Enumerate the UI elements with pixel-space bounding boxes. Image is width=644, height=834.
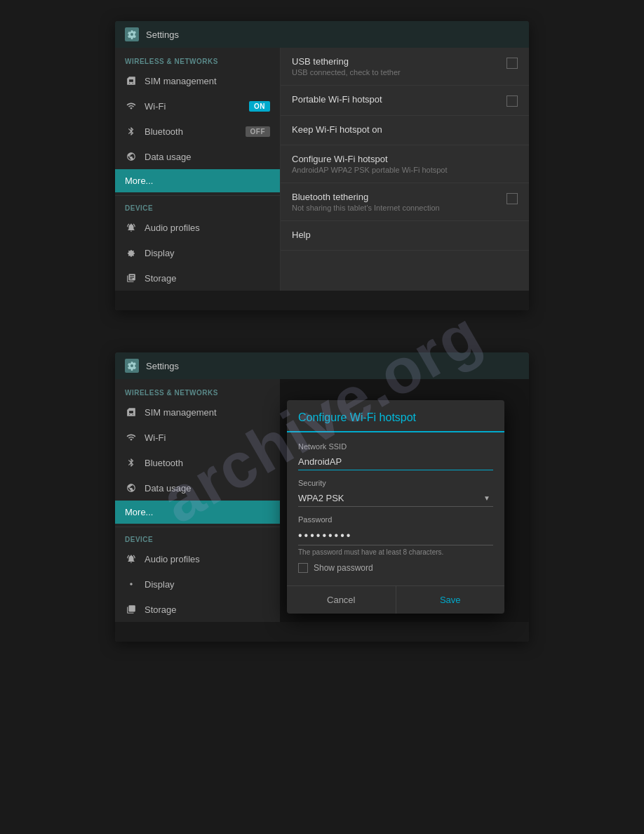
- bottom-bar-1: [115, 291, 529, 310]
- settings-window-1: Settings WIRELESS & NETWORKS SIM managem…: [115, 21, 529, 310]
- sidebar-item-audio[interactable]: Audio profiles: [115, 215, 280, 240]
- sidebar-item-more[interactable]: More...: [115, 169, 280, 192]
- sidebar-divider: [115, 195, 280, 196]
- data-usage-icon: [125, 150, 137, 163]
- cancel-button[interactable]: Cancel: [287, 586, 396, 614]
- sim-label: SIM management: [145, 76, 217, 86]
- storage-icon-2: [125, 603, 137, 616]
- device-section-label: DEVICE: [115, 199, 280, 215]
- bluetooth-icon-2: [125, 456, 137, 469]
- settings-body-2: WIRELESS & NETWORKS SIM management Wi-Fi: [115, 379, 529, 622]
- title-bar-title-1: Settings: [146, 29, 179, 40]
- sidebar-item-data-usage-2[interactable]: Data usage: [115, 475, 280, 501]
- wifi-label-2: Wi-Fi: [145, 432, 166, 443]
- title-bar-2: Settings: [115, 352, 529, 379]
- sidebar-divider-2: [115, 527, 280, 527]
- audio-icon: [125, 221, 137, 234]
- wifi-icon-2: [125, 431, 137, 444]
- overlay-area: Configure Wi-Fi hotspot Network SSID Sec…: [280, 379, 529, 622]
- help-title: Help: [292, 230, 518, 240]
- settings-icon: [125, 27, 139, 41]
- show-password-checkbox[interactable]: [298, 563, 308, 573]
- wireless-section-label: WIRELESS & NETWORKS: [115, 52, 280, 68]
- portable-wifi-checkbox[interactable]: [507, 95, 518, 107]
- settings-icon-2: [125, 359, 139, 373]
- sidebar-item-audio-2[interactable]: Audio profiles: [115, 546, 280, 571]
- bluetooth-label: Bluetooth: [145, 126, 183, 137]
- bluetooth-label-2: Bluetooth: [145, 458, 183, 468]
- more-label-2: More...: [125, 507, 153, 517]
- ssid-label: Network SSID: [298, 442, 493, 451]
- sidebar-1: WIRELESS & NETWORKS SIM management Wi-Fi…: [115, 48, 280, 291]
- bluetooth-tethering-title: Bluetooth tethering: [292, 192, 499, 202]
- bluetooth-icon: [125, 125, 137, 138]
- wireless-section-label-2: WIRELESS & NETWORKS: [115, 383, 280, 399]
- dialog-title: Configure Wi-Fi hotspot: [287, 400, 504, 432]
- usb-tethering-subtitle: USB connected, check to tether: [292, 68, 499, 77]
- sidebar-item-display-2[interactable]: Display: [115, 571, 280, 597]
- storage-label: Storage: [145, 273, 177, 284]
- main-item-usb-tethering[interactable]: USB tethering USB connected, check to te…: [281, 48, 529, 86]
- main-item-portable-wifi[interactable]: Portable Wi-Fi hotspot: [281, 86, 529, 116]
- sidebar-item-sim[interactable]: SIM management: [115, 68, 280, 93]
- sidebar-item-display[interactable]: Display: [115, 240, 280, 265]
- sidebar-2: WIRELESS & NETWORKS SIM management Wi-Fi: [115, 379, 280, 622]
- sidebar-item-bluetooth[interactable]: Bluetooth OFF: [115, 119, 280, 144]
- password-label: Password: [298, 515, 493, 524]
- sidebar-item-bluetooth-2[interactable]: Bluetooth: [115, 450, 280, 475]
- main-item-help[interactable]: Help: [281, 221, 529, 251]
- main-item-configure-wifi[interactable]: Configure Wi-Fi hotspot AndroidAP WPA2 P…: [281, 145, 529, 183]
- storage-label-2: Storage: [145, 604, 177, 615]
- title-bar-1: Settings: [115, 21, 529, 48]
- main-item-keep-wifi[interactable]: Keep Wi-Fi hotspot on: [281, 116, 529, 145]
- password-input[interactable]: [298, 527, 493, 545]
- show-password-row: Show password: [298, 563, 493, 573]
- sidebar-item-storage-2[interactable]: Storage: [115, 597, 280, 622]
- password-hint: The password must have at least 8 charac…: [298, 548, 493, 556]
- sim-icon: [125, 74, 137, 87]
- settings-window-2: Settings WIRELESS & NETWORKS SIM managem…: [115, 352, 529, 642]
- display-label: Display: [145, 248, 175, 258]
- usb-tethering-checkbox[interactable]: [507, 58, 518, 69]
- bluetooth-tethering-checkbox[interactable]: [507, 193, 518, 204]
- configure-wifi-dialog: Configure Wi-Fi hotspot Network SSID Sec…: [287, 400, 504, 614]
- display-label-2: Display: [145, 579, 175, 590]
- main-item-bluetooth-tethering[interactable]: Bluetooth tethering Not sharing this tab…: [281, 183, 529, 221]
- data-usage-icon-2: [125, 482, 137, 494]
- wifi-toggle[interactable]: ON: [249, 101, 270, 112]
- sim-label-2: SIM management: [145, 407, 217, 418]
- data-usage-label: Data usage: [145, 152, 192, 162]
- wifi-icon: [125, 100, 137, 112]
- main-content-1: USB tethering USB connected, check to te…: [280, 48, 529, 291]
- title-bar-title-2: Settings: [146, 361, 179, 371]
- device-section-label-2: DEVICE: [115, 530, 280, 546]
- sidebar-item-data-usage[interactable]: Data usage: [115, 144, 280, 169]
- display-icon-2: [125, 578, 137, 590]
- keep-wifi-title: Keep Wi-Fi hotspot on: [292, 124, 518, 135]
- portable-wifi-title: Portable Wi-Fi hotspot: [292, 94, 499, 105]
- dialog-body: Network SSID Security WPA2 PSK WPA PSK N…: [287, 432, 504, 585]
- bottom-bar-2: [115, 622, 529, 642]
- bluetooth-toggle[interactable]: OFF: [246, 126, 271, 137]
- display-icon: [125, 246, 137, 259]
- data-usage-label-2: Data usage: [145, 483, 192, 494]
- bluetooth-tethering-subtitle: Not sharing this tablet's Internet conne…: [292, 204, 499, 212]
- sidebar-item-wifi-2[interactable]: Wi-Fi: [115, 425, 280, 450]
- usb-tethering-title: USB tethering: [292, 56, 499, 67]
- configure-wifi-subtitle: AndroidAP WPA2 PSK portable Wi-Fi hotspo…: [292, 166, 518, 174]
- sidebar-item-sim-2[interactable]: SIM management: [115, 399, 280, 425]
- wifi-label: Wi-Fi: [145, 101, 166, 112]
- sidebar-item-wifi[interactable]: Wi-Fi ON: [115, 93, 280, 119]
- sidebar-item-more-2[interactable]: More...: [115, 501, 280, 524]
- sim-icon-2: [125, 406, 137, 418]
- svg-point-0: [130, 583, 133, 585]
- sidebar-item-storage[interactable]: Storage: [115, 265, 280, 291]
- show-password-label: Show password: [314, 563, 373, 573]
- security-select[interactable]: WPA2 PSK WPA PSK None: [298, 490, 493, 507]
- configure-wifi-title: Configure Wi-Fi hotspot: [292, 154, 518, 164]
- audio-icon-2: [125, 552, 137, 565]
- ssid-input[interactable]: [298, 454, 493, 470]
- storage-icon: [125, 272, 137, 284]
- save-button[interactable]: Save: [396, 586, 505, 614]
- dialog-actions: Cancel Save: [287, 585, 504, 614]
